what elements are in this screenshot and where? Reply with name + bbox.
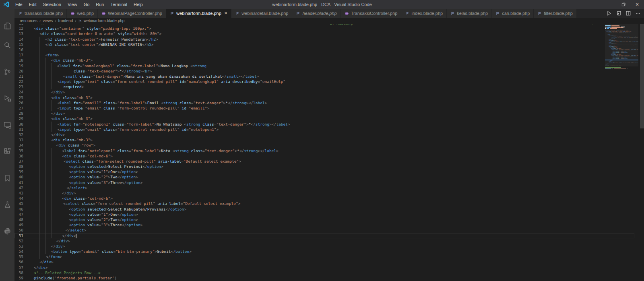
menu-item-help[interactable]: Help	[130, 0, 146, 9]
code-line[interactable]: 35<label for="notelepon1" class="form-la…	[14, 148, 634, 153]
tab-webinardetail.blade.php[interactable]: webinardetail.blade.php	[231, 9, 292, 18]
code-line[interactable]: 31<input type="email" class="form-contro…	[14, 127, 634, 132]
code-line[interactable]: 37<select class="form-select rounded-pil…	[14, 159, 634, 164]
tab-index.blade.php[interactable]: index.blade.php	[401, 9, 447, 18]
code-line[interactable]: 55</form>	[14, 254, 634, 259]
split-editor-icon[interactable]	[625, 10, 631, 16]
code-line[interactable]: 13<div class="card border-0 m-auto" styl…	[14, 31, 634, 36]
code-line[interactable]: 56</div>	[14, 259, 634, 264]
open-changes-icon[interactable]	[616, 10, 621, 16]
run-file-icon[interactable]	[606, 10, 612, 16]
code-line[interactable]: 25<div class="mb-3">	[14, 95, 634, 100]
scrollbar[interactable]	[640, 24, 644, 281]
more-actions-icon[interactable]	[635, 10, 641, 16]
menu-item-edit[interactable]: Edit	[26, 0, 40, 9]
code-line[interactable]: 23required>	[14, 84, 634, 89]
line-number: 49	[14, 222, 23, 227]
code-line[interactable]: 43</div>	[14, 190, 634, 196]
tab-web.php[interactable]: web.php	[67, 9, 98, 18]
code-line[interactable]: 45<select class="form-select rounded-pil…	[14, 201, 634, 206]
code-line[interactable]: 50</select>	[14, 227, 634, 233]
run-debug-icon[interactable]	[0, 91, 14, 105]
code-line[interactable]: 18<div class="mb-3">	[14, 58, 634, 63]
breadcrumb-item[interactable]: frontend	[58, 19, 74, 23]
tab-transaksi.blade.php[interactable]: transaksi.blade.php	[14, 9, 67, 18]
tab-TransaksiController.php[interactable]: TransaksiController.php	[341, 9, 402, 18]
line-number: 50	[14, 227, 23, 233]
code-line[interactable]: 14<h2 class="text-center">Formulir Penda…	[14, 37, 634, 42]
code-line[interactable]: 41<option value="3">Three</option>	[14, 180, 634, 185]
tab-filter.blade.php[interactable]: filter.blade.php	[534, 9, 577, 18]
menu-bar: FileEditSelectionViewGoRunTerminalHelp	[12, 0, 146, 9]
code-line[interactable]: 51</div>	[14, 233, 634, 238]
testing-icon[interactable]	[0, 197, 14, 212]
code-line[interactable]: 48<option value="2">Two</option>	[14, 217, 634, 222]
bookmarks-icon[interactable]	[0, 171, 14, 185]
code-line[interactable]: 40<option value="2">Two</option>	[14, 174, 634, 180]
minimap[interactable]: <!-- ===================================…	[605, 24, 638, 69]
code-line[interactable]: 39<option value="1">One</option>	[14, 169, 634, 174]
extensions-icon[interactable]	[0, 144, 14, 159]
code-line[interactable]: 49<option value="3">Three</option>	[14, 222, 634, 227]
code-line[interactable]: 17<form>	[14, 52, 634, 58]
scrollbar-thumb[interactable]	[640, 24, 644, 128]
close-button[interactable]: ✕	[630, 0, 644, 9]
menu-item-selection[interactable]: Selection	[40, 0, 64, 9]
code-line[interactable]: 46<option selected>Select Kabupaten/Prov…	[14, 207, 634, 212]
line-number: 30	[14, 122, 23, 127]
restore-button[interactable]	[617, 0, 630, 9]
code-line[interactable]: 21<small class="text-danger">Nama ini ya…	[14, 74, 634, 79]
menu-item-go[interactable]: Go	[80, 0, 93, 9]
breadcrumb-item[interactable]: views	[42, 19, 53, 23]
code-line[interactable]: 28</div>	[14, 111, 634, 116]
code-line[interactable]: 52</div>	[14, 238, 634, 244]
code-line[interactable]: 59@include('frontend.partials.footer')	[14, 275, 634, 281]
code-line[interactable]: 36<div class="col-md-6">	[14, 153, 634, 159]
menu-item-view[interactable]: View	[64, 0, 80, 9]
tab-kelas.blade.php[interactable]: kelas.blade.php	[447, 9, 492, 18]
tab-close-icon[interactable]: ✕	[224, 11, 227, 15]
code-area[interactable]: 11<!-- =================================…	[14, 24, 634, 281]
code-line[interactable]: 30<label for="notelepon1" class="form-la…	[14, 122, 634, 127]
code-line[interactable]: 42</select>	[14, 185, 634, 190]
code-line[interactable]: 34<div class="row">	[14, 143, 634, 148]
code-line[interactable]: 15<h5 class="text-center">WEBINAR INI GR…	[14, 42, 634, 47]
breadcrumb-item[interactable]: resources	[19, 19, 38, 23]
line-number: 22	[14, 79, 23, 84]
explorer-icon[interactable]	[0, 19, 14, 33]
code-line[interactable]: 22<input type="text" class="form-control…	[14, 79, 634, 84]
code-line[interactable]: 27<input type="email" class="form-contro…	[14, 105, 634, 111]
tab-WebinarPageController.php[interactable]: WebinarPageController.php	[98, 9, 166, 18]
menu-item-terminal[interactable]: Terminal	[107, 0, 131, 9]
code-line[interactable]: 29<div class="mb-3">	[14, 116, 634, 121]
code-line[interactable]: 57</div>	[14, 265, 634, 270]
tab-cari.blade.php[interactable]: cari.blade.php	[492, 9, 534, 18]
code-line[interactable]: 44<div class="col-md-6">	[14, 196, 634, 201]
php-file-icon	[345, 11, 349, 16]
code-line[interactable]: 32</div>	[14, 132, 634, 137]
code-line[interactable]: 47<option value="1">One</option>	[14, 212, 634, 217]
tab-webinarform.blade.php[interactable]: webinarform.blade.php✕	[166, 9, 231, 18]
search-icon[interactable]	[0, 38, 14, 52]
source-control-icon[interactable]	[0, 64, 14, 79]
minimize-button[interactable]: –	[603, 0, 617, 9]
breadcrumb-file[interactable]: webinarform.blade.php	[78, 19, 125, 23]
menu-item-run[interactable]: Run	[93, 0, 107, 9]
tab-header.blade.php[interactable]: header.blade.php	[292, 9, 341, 18]
menu-item-file[interactable]: File	[12, 0, 26, 9]
code-line[interactable]: 20class="text-danger">*</strong><br>	[14, 68, 634, 74]
code-line[interactable]: 26<label for="email1" class="form-label"…	[14, 100, 634, 105]
editor[interactable]: 11<!-- =================================…	[14, 24, 644, 281]
code-line[interactable]: 19<label for="namalengkap1" class="form-…	[14, 63, 634, 68]
code-line[interactable]: 53</div>	[14, 244, 634, 249]
code-line[interactable]: 33<div class="mb-3">	[14, 137, 634, 143]
python-icon[interactable]	[0, 224, 14, 238]
code-line[interactable]: 38<option selected>Select Provinsi</opti…	[14, 164, 634, 169]
line-number: 18	[14, 58, 23, 63]
code-line[interactable]: 16	[14, 47, 634, 52]
code-line[interactable]: 24</div>	[14, 89, 634, 95]
code-line[interactable]: 58<!-- Related Projects Row -->	[14, 270, 634, 275]
remote-explorer-icon[interactable]	[0, 118, 14, 132]
code-line[interactable]: 54<button type="submit" class="btn btn-p…	[14, 249, 634, 254]
code-line[interactable]: 12<div class="container" style="padding-…	[14, 26, 634, 31]
